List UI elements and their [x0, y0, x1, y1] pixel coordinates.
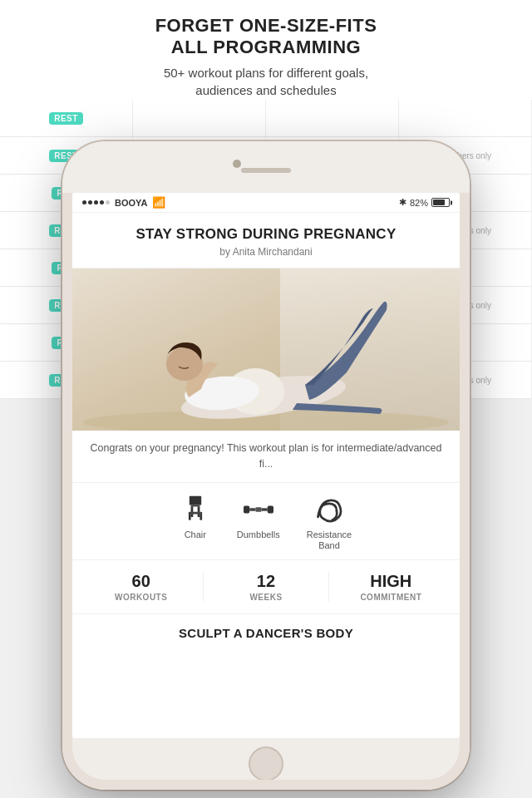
commitment-number: HIGH	[329, 572, 453, 591]
resistance-band-label: Resistance Band	[307, 530, 352, 551]
status-right: ✱ 82%	[399, 197, 450, 208]
equipment-chair: Chair	[180, 495, 210, 551]
phone-bottom-bar	[62, 738, 470, 790]
phone-camera	[233, 160, 241, 168]
phone-body: BOOYA 📶 ✱ 82% STAY STRONG DURING PREGNAN…	[62, 141, 470, 790]
carrier-label: BOOYA	[115, 198, 147, 208]
workout-title: STAY STRONG DURING PREGNANCY	[86, 226, 446, 243]
chair-label: Chair	[185, 530, 206, 540]
svg-rect-8	[190, 505, 200, 506]
stat-weeks: 12 WEEKS	[203, 572, 328, 602]
bg-cell: REST	[0, 100, 133, 136]
bg-row-1: REST	[0, 100, 532, 137]
promo-banner: FORGET ONE-SIZE-FITS ALL PROGRAMMING 50+…	[0, 0, 532, 111]
phone-frame: BOOYA 📶 ✱ 82% STAY STRONG DURING PREGNAN…	[62, 141, 470, 790]
weeks-label: WEEKS	[204, 593, 328, 602]
svg-rect-13	[189, 512, 202, 515]
second-workout-card: SCULPT A DANCER'S BODY	[72, 614, 460, 652]
equipment-resistance-band: Resistance Band	[307, 495, 352, 551]
workouts-number: 60	[79, 572, 203, 591]
phone-screen: BOOYA 📶 ✱ 82% STAY STRONG DURING PREGNAN…	[72, 193, 460, 738]
phone-speaker	[241, 168, 291, 173]
bluetooth-icon: ✱	[399, 197, 406, 208]
status-bar: BOOYA 📶 ✱ 82%	[72, 193, 460, 213]
dumbbells-label: Dumbbells	[237, 530, 280, 540]
stat-workouts: 60 WORKOUTS	[79, 572, 203, 602]
equipment-dumbbells: Dumbbells	[237, 495, 280, 551]
workouts-label: WORKOUTS	[79, 593, 203, 602]
battery-percent: 82%	[410, 198, 428, 208]
second-card-title: SCULPT A DANCER'S BODY	[86, 626, 446, 640]
stats-row: 60 WORKOUTS 12 WEEKS HIGH COMMITMENT	[72, 560, 460, 614]
phone-top-bar	[62, 141, 470, 193]
battery-icon	[431, 198, 450, 207]
workout-description: Congrats on your pregnancy! This workout…	[72, 431, 460, 483]
signal-dots	[82, 200, 110, 204]
weeks-number: 12	[204, 572, 328, 591]
wifi-icon: 📶	[152, 196, 165, 209]
commitment-label: COMMITMENT	[329, 593, 453, 602]
workout-photo-svg	[72, 268, 460, 431]
svg-rect-7	[190, 496, 201, 505]
promo-title: FORGET ONE-SIZE-FITS ALL PROGRAMMING	[33, 15, 499, 59]
equipment-row: Chair Dumbbells	[72, 483, 460, 560]
svg-rect-17	[261, 508, 267, 511]
workout-card: STAY STRONG DURING PREGNANCY by Anita Mi…	[72, 213, 460, 268]
workout-author: by Anita Mirchandani	[86, 246, 446, 258]
stat-commitment: HIGH COMMITMENT	[328, 572, 453, 602]
svg-rect-16	[255, 507, 261, 511]
svg-rect-15	[249, 508, 255, 511]
workout-image	[72, 268, 460, 431]
svg-rect-18	[268, 505, 273, 513]
home-button[interactable]	[249, 746, 283, 781]
resistance-band-icon	[314, 495, 344, 525]
promo-subtitle: 50+ workout plans for different goals, a…	[33, 64, 499, 99]
status-left: BOOYA 📶	[82, 196, 165, 209]
chair-icon	[180, 495, 210, 525]
dumbbells-icon	[244, 495, 273, 525]
svg-rect-14	[244, 505, 249, 513]
